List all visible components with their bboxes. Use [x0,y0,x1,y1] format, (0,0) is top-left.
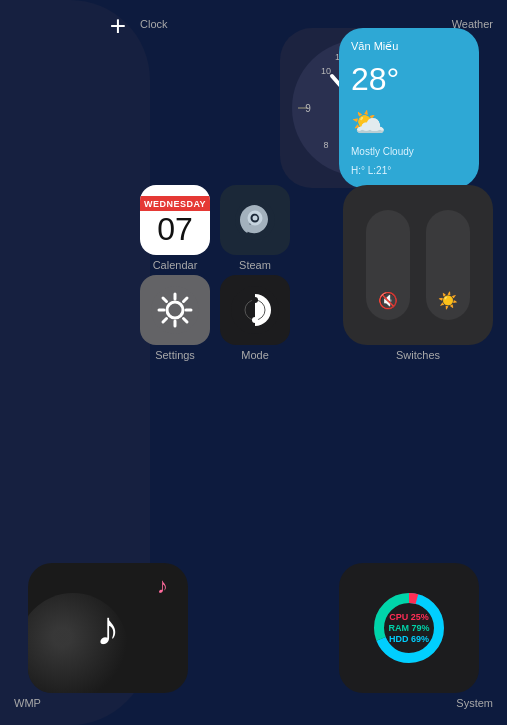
weather-city: Văn Miếu [351,40,467,53]
switch-pill-2[interactable]: ☀️ [426,210,470,320]
speaker-icon: 🔇 [378,291,398,310]
calendar-day-name: WEDNESDAY [140,196,210,211]
weather-highlow: H:° L:21° [351,165,467,176]
calendar-icon: WEDNESDAY 07 [140,185,210,255]
svg-text:8: 8 [323,140,328,150]
hdd-label: HDD 69% [389,634,429,644]
svg-text:10: 10 [321,66,331,76]
system-widget[interactable]: CPU 25% RAM 79% HDD 69% [339,563,479,693]
weather-desc: Mostly Cloudy [351,146,467,157]
weather-cloud-icon: ⛅ [351,106,467,139]
steam-icon [220,185,290,255]
main-container: + 12 3 6 9 2 10 8 [0,0,507,725]
settings-label: Settings [155,349,195,361]
add-widget-button[interactable]: + [100,8,136,44]
cpu-label: CPU 25% [389,612,429,622]
svg-point-37 [252,297,258,303]
calendar-label: Calendar [153,259,198,271]
steam-label: Steam [239,259,271,271]
settings-app[interactable]: Settings [140,275,210,361]
svg-point-38 [252,317,258,323]
settings-gear-icon [151,286,199,334]
switches-widget[interactable]: 🔇 ☀️ [343,185,493,345]
weather-widget[interactable]: Văn Miếu 28° ⛅ Mostly Cloudy H:° L:21° [339,28,479,188]
weather-temp: 28° [351,61,467,98]
wmp-inner: ♪ ♪ [28,563,188,693]
switches-label: Switches [396,349,440,361]
svg-point-24 [253,216,258,221]
system-donut-chart: CPU 25% RAM 79% HDD 69% [369,588,449,668]
settings-icon [140,275,210,345]
brightness-icon: ☀️ [438,291,458,310]
wmp-label: WMP [14,697,41,709]
mode-app[interactable]: Mode [220,275,290,361]
ram-label: RAM 79% [388,623,429,633]
music-note-icon: ♪ [96,601,120,656]
mode-icon [220,275,290,345]
wmp-widget[interactable]: ♪ ♪ [28,563,188,693]
calendar-app[interactable]: WEDNESDAY 07 Calendar [140,185,210,271]
clock-label: Clock [140,18,168,30]
switch-pill-1[interactable]: 🔇 [366,210,410,320]
music-note-small-icon: ♪ [157,573,168,599]
svg-text:9: 9 [305,103,311,114]
steam-logo [230,195,280,245]
calendar-day-num: 07 [157,211,193,245]
steam-app[interactable]: Steam [220,185,290,271]
system-label: System [456,697,493,709]
mode-label: Mode [241,349,269,361]
donut-labels: CPU 25% RAM 79% HDD 69% [369,588,449,668]
mode-symbol-icon [231,286,279,334]
